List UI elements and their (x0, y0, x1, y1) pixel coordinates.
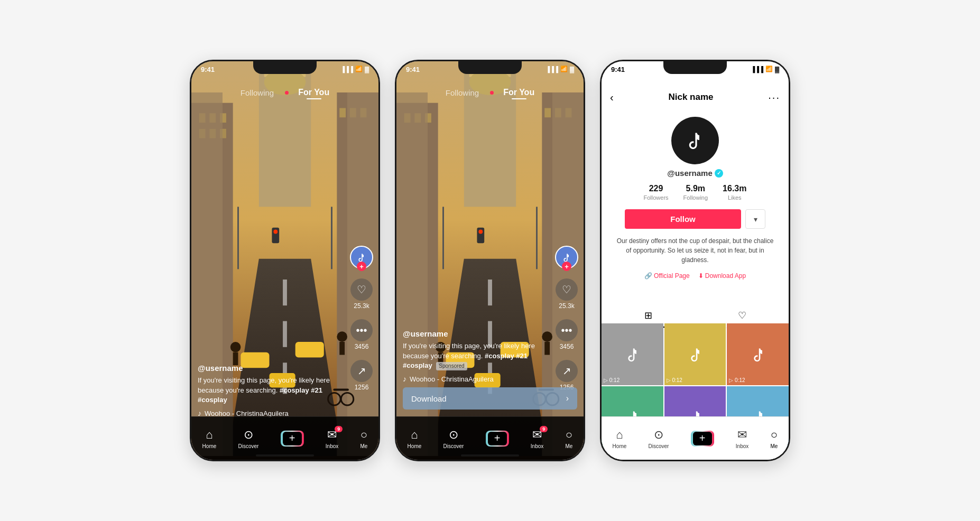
notch-2 (458, 61, 522, 74)
bottom-info-2: @username If you're visiting this page, … (403, 329, 549, 383)
inbox-label-3: Inbox (736, 443, 748, 449)
phone-2: 9:41 ▐▐▐ 📶 ▓ Following For You + ♡ 25.3k (395, 60, 585, 461)
wifi-icon-3: 📶 (765, 66, 773, 72)
chevron-right-icon: › (566, 394, 569, 403)
followers-num: 229 (649, 184, 663, 193)
create-btn-2[interactable]: + (486, 431, 509, 446)
music-row-2: ♪ Woohoo - ChristinaAguilera (403, 375, 549, 383)
following-label-1[interactable]: Following (241, 88, 274, 97)
inbox-badge-1: 9 (335, 426, 343, 432)
back-button[interactable]: ‹ (610, 91, 614, 104)
comments-group-2[interactable]: ••• 3456 (556, 319, 578, 350)
home-label-1: Home (202, 443, 217, 449)
following-label-2[interactable]: Following (446, 88, 479, 97)
liked-tab-icon: ♡ (738, 310, 746, 321)
foryou-underline-1 (307, 98, 321, 99)
foryou-label-2[interactable]: For You (503, 88, 534, 97)
bottom-info-1: @username If you're visiting this page, … (198, 364, 344, 417)
download-app-link[interactable]: ⬇ Download App (698, 272, 746, 280)
create-btn-3[interactable]: + (691, 431, 714, 446)
comment-icon-2[interactable]: ••• (556, 319, 578, 341)
likes-count-1: 25.3k (354, 302, 369, 310)
share-icon-2[interactable]: ↗ (556, 360, 578, 382)
create-btn-1[interactable]: + (281, 431, 304, 446)
creator-avatar-1[interactable]: + (350, 246, 373, 269)
svg-rect-47 (544, 108, 551, 117)
video-username-2[interactable]: @username (403, 329, 549, 338)
follow-plus-2[interactable]: + (562, 262, 571, 271)
video-thumb-3[interactable]: ▷ 0:12 (727, 323, 789, 385)
foryou-underline-2 (512, 98, 526, 99)
tiktok-logo-v2 (685, 343, 706, 365)
follow-plus-1[interactable]: + (357, 262, 366, 271)
status-icons-2: ▐▐▐ 📶 ▓ (546, 66, 574, 72)
nav-me-1[interactable]: ○ Me (360, 428, 367, 449)
official-page-link[interactable]: 🔗 Official Page (644, 272, 690, 280)
me-icon-1: ○ (360, 428, 367, 442)
nav-discover-3[interactable]: ⊙ Discover (648, 428, 669, 449)
shares-group-1[interactable]: ↗ 1256 (350, 360, 373, 391)
likes-group-2[interactable]: ♡ 25.3k (556, 278, 578, 310)
video-username-1[interactable]: @username (198, 364, 344, 373)
download-icon: ⬇ (698, 272, 704, 280)
nav-create-1[interactable]: + (281, 431, 304, 446)
search-icon-1: ⊙ (244, 428, 253, 442)
video-thumb-1[interactable]: ▷ 0:12 (602, 323, 663, 385)
download-button-2[interactable]: Download › (403, 387, 577, 410)
profile-title: Nick name (668, 92, 713, 103)
nav-inbox-1[interactable]: ✉ 9 Inbox (326, 428, 338, 449)
notch-3 (663, 61, 727, 74)
likes-group-1[interactable]: ♡ 25.3k (350, 278, 373, 310)
comments-group-1[interactable]: ••• 3456 (350, 319, 373, 350)
thumb-duration-3: ▷ 0:12 (729, 377, 745, 383)
nav-discover-2[interactable]: ⊙ Discover (443, 428, 464, 449)
nav-home-3[interactable]: ⌂ Home (613, 428, 627, 449)
right-sidebar-1: + ♡ 25.3k ••• 3456 ↗ 1256 (350, 246, 373, 391)
nav-create-3[interactable]: + (691, 431, 714, 446)
videos-tab-icon: ⊞ (644, 310, 652, 321)
bottom-nav-3: ⌂ Home ⊙ Discover + ✉ Inbox ○ Me (602, 416, 789, 460)
bio-text: Our destiny offers not the cup of despai… (602, 236, 789, 265)
heart-icon-2[interactable]: ♡ (556, 278, 578, 301)
nav-create-2[interactable]: + (486, 431, 509, 446)
discover-label-1: Discover (238, 443, 258, 449)
bottom-nav-1: ⌂ Home ⊙ Discover + ✉ 9 Inbox ○ Me (191, 416, 378, 460)
home-label-2: Home (408, 443, 422, 449)
nav-inbox-2[interactable]: ✉ 9 Inbox (531, 428, 543, 449)
status-time-3: 9:41 (611, 66, 625, 73)
me-label-1: Me (360, 443, 367, 449)
share-icon-1[interactable]: ↗ (350, 360, 373, 382)
svg-point-24 (273, 230, 278, 234)
follow-button[interactable]: Follow (625, 209, 741, 229)
me-label-2: Me (565, 443, 572, 449)
tiktok-logo-v1 (622, 343, 643, 365)
nav-me-2[interactable]: ○ Me (565, 428, 572, 449)
shares-group-2[interactable]: ↗ 1256 (556, 360, 578, 391)
home-icon-1: ⌂ (206, 428, 212, 442)
me-icon-3: ○ (771, 428, 778, 442)
svg-point-28 (230, 342, 241, 352)
tiktok-logo-v3 (747, 343, 769, 365)
svg-rect-31 (339, 342, 345, 355)
foryou-label-1[interactable]: For You (298, 88, 329, 97)
svg-point-57 (478, 230, 483, 234)
tiktok-logo-profile (681, 127, 709, 154)
nav-discover-1[interactable]: ⊙ Discover (238, 428, 258, 449)
nav-inbox-3[interactable]: ✉ Inbox (736, 428, 748, 449)
creator-avatar-2[interactable]: + (555, 246, 578, 269)
signal-icon-3: ▐▐▐ (751, 66, 763, 72)
inbox-badge-2: 9 (540, 426, 548, 432)
thumb-duration-1: ▷ 0:12 (604, 377, 620, 383)
nav-home-1[interactable]: ⌂ Home (202, 428, 217, 449)
dropdown-button[interactable]: ▾ (745, 209, 765, 229)
likes-num: 16.3m (723, 184, 746, 193)
signal-icon-2: ▐▐▐ (546, 66, 558, 72)
comment-icon-1[interactable]: ••• (350, 319, 373, 341)
more-options-button[interactable]: ··· (768, 91, 780, 104)
video-thumb-2[interactable]: ▷ 0:12 (664, 323, 726, 385)
top-nav-1: Following For You (191, 85, 378, 100)
nav-home-2[interactable]: ⌂ Home (408, 428, 422, 449)
nav-me-3[interactable]: ○ Me (770, 428, 778, 449)
heart-icon-1[interactable]: ♡ (350, 278, 373, 301)
wifi-icon-2: 📶 (560, 66, 568, 72)
